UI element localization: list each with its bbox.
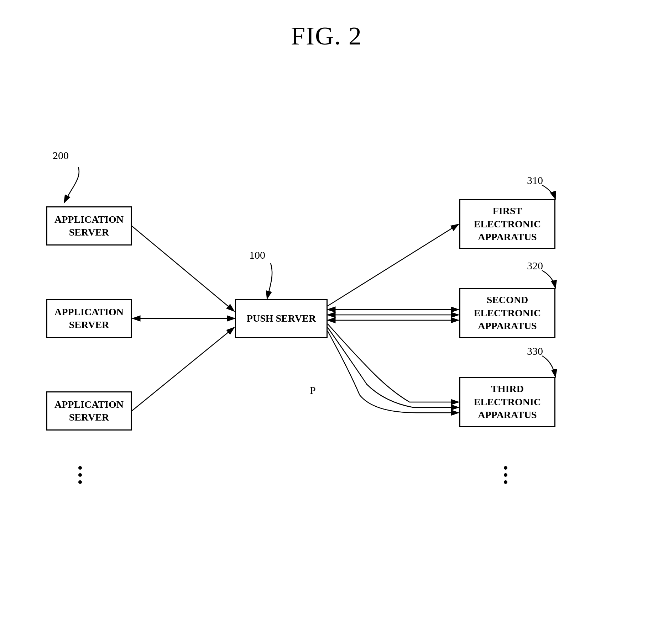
app-server-3-box: APPLICATIONSERVER bbox=[46, 391, 132, 431]
ref-200: 200 bbox=[53, 149, 69, 162]
push-server-box: PUSH SERVER bbox=[235, 299, 328, 338]
ref-100: 100 bbox=[249, 249, 265, 261]
third-apparatus-box: THIRDELECTRONICAPPARATUS bbox=[459, 377, 555, 427]
ref-330: 330 bbox=[527, 345, 543, 357]
ref-310: 310 bbox=[527, 174, 543, 186]
svg-line-6 bbox=[328, 224, 459, 306]
label-p: P bbox=[310, 384, 316, 396]
app-server-2-box: APPLICATIONSERVER bbox=[46, 299, 132, 338]
svg-line-5 bbox=[132, 327, 234, 411]
dots-left bbox=[78, 466, 82, 484]
figure-title: FIG. 2 bbox=[291, 21, 362, 51]
svg-line-3 bbox=[132, 226, 234, 311]
ref-320: 320 bbox=[527, 260, 543, 272]
first-apparatus-box: FIRSTELECTRONICAPPARATUS bbox=[459, 199, 555, 249]
app-server-1-box: APPLICATIONSERVER bbox=[46, 206, 132, 246]
dots-right bbox=[504, 466, 507, 484]
second-apparatus-box: SECONDELECTRONICAPPARATUS bbox=[459, 288, 555, 338]
